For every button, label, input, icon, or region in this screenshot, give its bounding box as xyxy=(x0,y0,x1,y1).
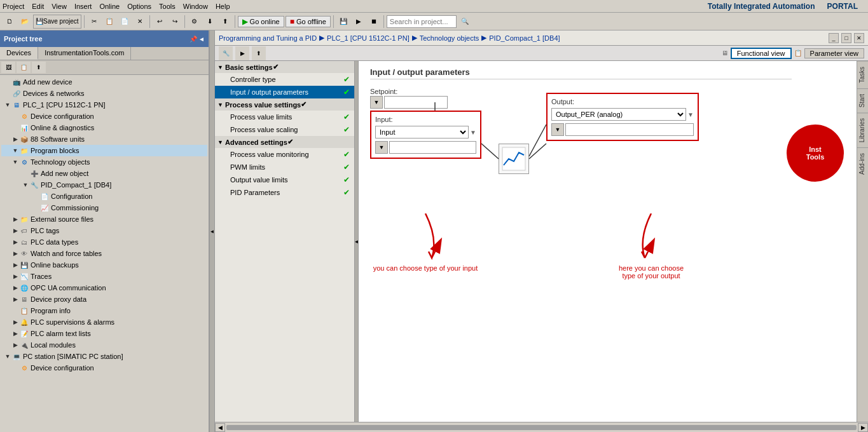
undo-button[interactable]: ↩ xyxy=(153,15,167,29)
output-expand-btn[interactable]: ▼ xyxy=(551,123,564,136)
tree-item-plc-tags[interactable]: ▶ 🏷 PLC tags xyxy=(1,225,207,236)
window-max-button[interactable]: □ xyxy=(841,33,851,43)
tree-item-ext-sources[interactable]: ▶ 📁 External source files xyxy=(1,213,207,225)
tree-item-program-info[interactable]: 📋 Program info xyxy=(1,305,207,316)
copy-button[interactable]: 📋 xyxy=(102,15,116,29)
tree-item-opc-ua[interactable]: ▶ 🌐 OPC UA communication xyxy=(1,282,207,294)
tree-item-software-units[interactable]: ▶ 📦 88 Software units xyxy=(1,133,207,145)
output-value-field[interactable] xyxy=(565,123,694,136)
config-item-pv-scaling[interactable]: Process value scaling ✔ xyxy=(215,123,354,136)
config-item-pwm-limits[interactable]: PWM limits ✔ xyxy=(215,161,354,173)
redo-button[interactable]: ↪ xyxy=(168,15,182,29)
tree-item-add-device[interactable]: 📺 Add new device xyxy=(1,76,207,88)
menu-view[interactable]: View xyxy=(52,3,67,10)
search-input[interactable] xyxy=(387,15,457,28)
horizontal-scrollbar[interactable]: ◀ ▶ xyxy=(215,422,868,432)
save-button[interactable]: 💾 Save project xyxy=(33,15,81,29)
sidebar-collapse-handle[interactable]: ◄ xyxy=(210,30,215,432)
go-offline-button[interactable]: ■ Go offline xyxy=(286,16,331,27)
input-expand-btn[interactable]: ▼ xyxy=(375,141,388,154)
paste-button[interactable]: 📄 xyxy=(118,15,132,29)
download-button[interactable]: ⬇ xyxy=(203,15,217,29)
tree-item-plc-supervisions[interactable]: ▶ 🔔 PLC supervisions & alarms xyxy=(1,316,207,328)
config-item-pid-params[interactable]: PID Parameters ✔ xyxy=(215,186,354,199)
config-section-basic[interactable]: ▼ Basic settings ✔ xyxy=(215,61,354,73)
output-type-select[interactable]: Output_PER (analog) Output Output_PWM xyxy=(551,108,686,121)
tree-item-plc-alarms[interactable]: ▶ 📝 PLC alarm text lists xyxy=(1,328,207,339)
window-min-button[interactable]: _ xyxy=(829,33,839,43)
tree-item-device-cfg[interactable]: ⚙ Device configuration xyxy=(1,111,207,122)
upload-button[interactable]: ⬆ xyxy=(218,15,232,29)
tree-item-plc1[interactable]: ▼ 🖥 PLC_1 [CPU 1512C-1 PN] xyxy=(1,99,207,111)
compile-button[interactable]: ⚙ xyxy=(188,15,202,29)
right-tab-tasks[interactable]: Tasks xyxy=(857,61,868,88)
tab-instrumentation[interactable]: InstrumentationTools.com xyxy=(38,47,131,60)
config-item-pv-monitoring[interactable]: Process value monitoring ✔ xyxy=(215,148,354,161)
scrollbar-track[interactable] xyxy=(226,425,857,430)
scroll-left-btn[interactable]: ◀ xyxy=(215,423,225,432)
tree-item-configuration[interactable]: 📄 Configuration xyxy=(1,191,207,202)
stop-button[interactable]: ⏹ xyxy=(367,15,381,29)
pid-chart-icon[interactable] xyxy=(499,144,529,174)
config-item-output-value-limits[interactable]: Output value limits ✔ xyxy=(215,173,354,186)
menu-help[interactable]: Help xyxy=(216,3,230,10)
config-btn1[interactable]: 🔧 xyxy=(219,46,233,60)
tree-item-commissioning[interactable]: 📈 Commissioning xyxy=(1,202,207,213)
new-button[interactable]: 🗋 xyxy=(3,15,17,29)
tree-item-pc-station[interactable]: ▼ 💻 PC station [SIMATIC PC station] xyxy=(1,351,207,362)
tree-item-pid-compact[interactable]: ▼ 🔧 PID_Compact_1 [DB4] xyxy=(1,179,207,191)
menu-tools[interactable]: Tools xyxy=(159,3,176,10)
menu-insert[interactable]: Insert xyxy=(74,3,92,10)
config-item-input-output[interactable]: Input / output parameters ✔ xyxy=(215,86,354,98)
setpoint-input[interactable] xyxy=(384,96,448,109)
menu-options[interactable]: Options xyxy=(127,3,151,10)
sidebar-collapse-button[interactable]: ◄ xyxy=(198,36,205,43)
tree-item-watch-force[interactable]: ▶ 👁 Watch and force tables xyxy=(1,248,207,259)
menu-project[interactable]: Project xyxy=(3,3,24,10)
menu-window[interactable]: Window xyxy=(183,3,208,10)
tab-devices[interactable]: Devices xyxy=(0,47,38,60)
tree-item-tech-objects[interactable]: ▼ ⚙ Technology objects xyxy=(1,156,207,168)
tree-item-device-proxy[interactable]: ▶ 🖥 Device proxy data xyxy=(1,294,207,305)
sidebar-btn3[interactable]: ⬆ xyxy=(32,62,46,73)
breadcrumb-item2[interactable]: PLC_1 [CPU 1512C-1 PN] xyxy=(327,34,410,42)
config-section-advanced[interactable]: ▼ Advanced settings ✔ xyxy=(215,136,354,148)
setpoint-expand-btn[interactable]: ▼ xyxy=(370,96,383,109)
tree-item-traces[interactable]: ▶ 📉 Traces xyxy=(1,271,207,282)
parameter-view-button[interactable]: Parameter view xyxy=(804,48,864,58)
window-close-button[interactable]: ✕ xyxy=(854,33,864,43)
sidebar-btn2[interactable]: 📋 xyxy=(17,62,31,73)
cut-button[interactable]: ✂ xyxy=(87,15,101,29)
config-item-pv-limits[interactable]: Process value limits ✔ xyxy=(215,111,354,123)
breadcrumb-item3[interactable]: Technology objects xyxy=(420,34,479,42)
right-tab-libraries[interactable]: Libraries xyxy=(857,112,868,147)
tree-item-plc-data-types[interactable]: ▶ 🗂 PLC data types xyxy=(1,236,207,248)
breadcrumb-item1[interactable]: Programming and Tuning a PID xyxy=(219,34,317,42)
menu-edit[interactable]: Edit xyxy=(32,3,44,10)
config-item-controller-type[interactable]: Controller type ✔ xyxy=(215,73,354,86)
sidebar-btn1[interactable]: 🖼 xyxy=(1,62,15,73)
tree-item-add-object[interactable]: ➕ Add new object xyxy=(1,168,207,179)
delete-button[interactable]: ✕ xyxy=(133,15,147,29)
mem-button[interactable]: 💾 xyxy=(336,15,350,29)
tree-item-pc-device-cfg[interactable]: ⚙ Device configuration xyxy=(1,362,207,374)
tree-item-program-blocks[interactable]: ▼ 📁 Program blocks xyxy=(1,145,207,156)
menu-online[interactable]: Online xyxy=(99,3,120,10)
functional-view-button[interactable]: Functional view xyxy=(731,48,792,59)
tree-item-local-modules[interactable]: ▶ 🔌 Local modules xyxy=(1,339,207,351)
right-tab-addins[interactable]: Add-ins xyxy=(857,147,868,180)
start-button[interactable]: ▶ xyxy=(352,15,366,29)
search-button[interactable]: 🔍 xyxy=(458,15,472,29)
open-button[interactable]: 📂 xyxy=(18,15,32,29)
input-value-field[interactable] xyxy=(389,141,476,154)
config-section-process[interactable]: ▼ Process value settings ✔ xyxy=(215,98,354,111)
tree-item-online-diag[interactable]: 📊 Online & diagnostics xyxy=(1,122,207,133)
right-tab-start[interactable]: Start xyxy=(857,88,868,112)
sidebar-pin-button[interactable]: 📌 xyxy=(189,36,197,43)
tree-item-online-backups[interactable]: ▶ 💾 Online backups xyxy=(1,259,207,271)
config-btn2[interactable]: ▶ xyxy=(235,46,249,60)
breadcrumb-item4[interactable]: PID_Compact_1 [DB4] xyxy=(489,34,560,42)
config-btn3[interactable]: ⬆ xyxy=(252,46,266,60)
tree-item-devices-networks[interactable]: 🔗 Devices & networks xyxy=(1,88,207,99)
input-type-select[interactable]: Input Input_PER (analog) Feedback xyxy=(375,126,469,138)
